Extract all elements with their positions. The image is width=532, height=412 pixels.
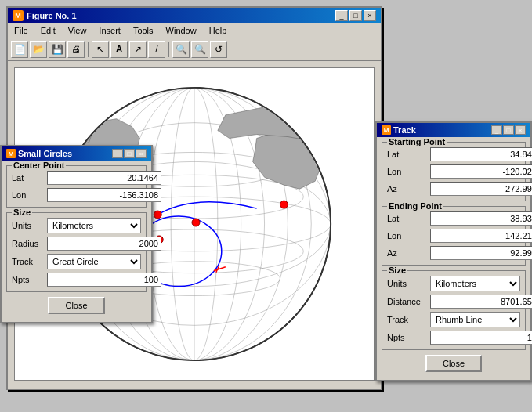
- center-lon-row: Lon: [12, 188, 141, 202]
- npts-label: Npts: [12, 275, 47, 284]
- track-units-select[interactable]: Kilometers: [430, 276, 520, 291]
- small-circles-content: Center Point Lat Lon Size Units Kilomete…: [2, 161, 151, 322]
- end-az-input[interactable]: [430, 246, 532, 260]
- starting-point-section: Starting Point Lat Lon Az: [382, 142, 526, 201]
- start-lat-label: Lat: [387, 150, 430, 159]
- toolbar-sep1: [88, 42, 89, 57]
- menu-edit[interactable]: Edit: [38, 25, 59, 36]
- figure-minimize-btn[interactable]: _: [335, 10, 348, 21]
- end-lat-input[interactable]: [430, 211, 532, 226]
- track-maximize[interactable]: □: [503, 125, 514, 135]
- track-units-row: Units Kilometers: [387, 276, 520, 291]
- track-icon: M: [382, 125, 391, 135]
- small-circles-title-text: M Small Circles: [6, 149, 72, 158]
- figure-close-btn[interactable]: ×: [364, 10, 376, 21]
- end-az-label: Az: [387, 248, 430, 258]
- track-npts-label: Npts: [387, 333, 430, 342]
- track-close[interactable]: ×: [515, 125, 526, 135]
- ending-point-label: Ending Point: [387, 201, 443, 211]
- start-az-row: Az: [387, 182, 520, 196]
- small-circles-maximize[interactable]: □: [124, 149, 135, 158]
- radius-input[interactable]: [47, 237, 161, 251]
- figure-controls: _ □ ×: [335, 10, 376, 21]
- figure-icon: M: [13, 10, 24, 21]
- toolbar-line-btn[interactable]: /: [148, 41, 165, 58]
- menu-insert[interactable]: Insert: [96, 25, 124, 36]
- center-lon-input[interactable]: [47, 188, 161, 202]
- svg-point-18: [192, 219, 200, 226]
- track-dialog: M Track _ □ × Starting Point Lat Lon Az: [375, 121, 532, 381]
- center-lat-input[interactable]: [47, 171, 161, 185]
- end-lon-label: Lon: [387, 231, 430, 240]
- track-controls: _ □ ×: [491, 125, 526, 135]
- track-size-section: Size Units Kilometers Distance Track Rhu…: [382, 270, 526, 350]
- units-row: Units Kilometers: [12, 218, 141, 233]
- npts-input[interactable]: [47, 273, 161, 287]
- svg-point-17: [154, 211, 161, 219]
- track-content: Starting Point Lat Lon Az Ending Point L…: [377, 137, 530, 380]
- starting-point-label: Starting Point: [387, 137, 447, 146]
- menu-view[interactable]: View: [65, 25, 90, 36]
- radius-label: Radius: [12, 239, 47, 248]
- start-lat-input[interactable]: [430, 147, 532, 161]
- small-circles-controls: _ □ ×: [112, 149, 147, 158]
- track-type-select[interactable]: Rhumb Line: [430, 312, 520, 327]
- toolbar-print-btn[interactable]: 🖨: [67, 41, 85, 58]
- end-lon-input[interactable]: [430, 229, 532, 243]
- track-select[interactable]: Great Circle: [47, 254, 141, 269]
- start-lon-label: Lon: [387, 167, 430, 176]
- small-circles-close[interactable]: ×: [136, 149, 147, 158]
- distance-row: Distance: [387, 295, 520, 309]
- track-minimize[interactable]: _: [491, 125, 502, 135]
- toolbar-new-btn[interactable]: 📄: [11, 41, 28, 58]
- radius-row: Radius: [12, 237, 141, 251]
- toolbar-sep2: [168, 42, 169, 57]
- menu-file[interactable]: File: [11, 25, 31, 36]
- small-circles-minimize[interactable]: _: [112, 149, 123, 158]
- menu-help[interactable]: Help: [206, 25, 230, 36]
- small-circles-title-bar: M Small Circles _ □ ×: [2, 146, 151, 161]
- figure-maximize-btn[interactable]: □: [349, 10, 362, 21]
- toolbar-arrow-btn[interactable]: ↗: [129, 41, 147, 58]
- distance-label: Distance: [387, 297, 430, 306]
- small-circles-close-btn[interactable]: Close: [48, 297, 104, 314]
- toolbar-rotate-btn[interactable]: ↺: [210, 41, 227, 58]
- size-section: Size Units Kilometers Radius Track Great…: [6, 212, 147, 292]
- distance-input[interactable]: [430, 295, 532, 309]
- track-npts-input[interactable]: [430, 331, 532, 345]
- menu-window[interactable]: Window: [163, 25, 200, 36]
- units-label: Units: [12, 221, 47, 230]
- toolbar-open-btn[interactable]: 📂: [30, 41, 47, 58]
- end-lat-row: Lat: [387, 211, 520, 226]
- menu-bar: File Edit View Insert Tools Window Help: [8, 23, 381, 38]
- toolbar-text-btn[interactable]: A: [110, 41, 128, 58]
- center-lon-label: Lon: [12, 190, 47, 200]
- small-circles-title: Small Circles: [18, 149, 72, 158]
- toolbar-zoom-in-btn[interactable]: 🔍: [172, 41, 190, 58]
- center-point-section: Center Point Lat Lon: [6, 165, 147, 208]
- start-lon-input[interactable]: [430, 164, 532, 179]
- end-az-row: Az: [387, 246, 520, 260]
- start-az-label: Az: [387, 184, 430, 193]
- track-type-label: Track: [387, 315, 430, 324]
- center-lat-row: Lat: [12, 171, 141, 185]
- track-title: Track: [393, 125, 416, 135]
- track-title-text: M Track: [382, 125, 416, 135]
- end-lat-label: Lat: [387, 214, 430, 223]
- toolbar-select-btn[interactable]: ↖: [92, 41, 109, 58]
- track-title-bar: M Track _ □ ×: [377, 123, 530, 137]
- track-npts-row: Npts: [387, 331, 520, 345]
- end-lon-row: Lon: [387, 229, 520, 243]
- menu-tools[interactable]: Tools: [130, 25, 157, 36]
- track-close-btn[interactable]: Close: [425, 355, 482, 372]
- start-az-input[interactable]: [430, 182, 532, 196]
- toolbar: 📄 📂 💾 🖨 ↖ A ↗ / 🔍 🔍 ↺: [8, 38, 381, 61]
- track-label: Track: [12, 257, 47, 266]
- toolbar-save-btn[interactable]: 💾: [49, 41, 66, 58]
- small-circles-dialog: M Small Circles _ □ × Center Point Lat L…: [0, 145, 153, 323]
- units-select[interactable]: Kilometers: [47, 218, 141, 233]
- toolbar-zoom-out-btn[interactable]: 🔍: [191, 41, 208, 58]
- size-label: Size: [12, 208, 32, 217]
- track-units-label: Units: [387, 279, 430, 288]
- small-circles-icon: M: [6, 149, 16, 158]
